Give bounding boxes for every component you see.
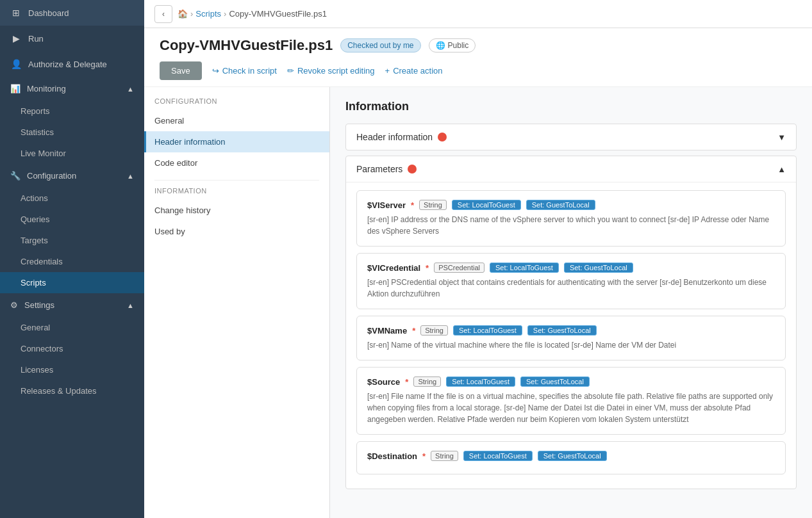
param-required-marker: * <box>412 326 415 336</box>
header-info-label: Header information <box>356 132 433 142</box>
monitoring-chevron: ▲ <box>127 85 134 93</box>
sidebar-item-targets[interactable]: Targets <box>0 230 144 251</box>
breadcrumb: 🏠 › Scripts › Copy-VMHVGuestFile.ps1 <box>178 9 327 19</box>
param-card: $Source*StringSet: LocalToGuestSet: Gues… <box>356 367 786 435</box>
info-title: Information <box>345 100 797 113</box>
sidebar-item-licenses[interactable]: Licenses <box>0 359 144 380</box>
check-in-button[interactable]: ↪ Check in script <box>212 66 277 76</box>
sidebar-item-actions[interactable]: Actions <box>0 188 144 209</box>
back-button[interactable]: ‹ <box>154 5 172 23</box>
config-item-code-editor[interactable]: Code editor <box>144 152 329 174</box>
parameters-section-header[interactable]: Parameters ▲ <box>346 156 796 182</box>
sidebar-item-authorize-delegate[interactable]: 👤 Authorize & Delegate <box>0 51 144 77</box>
topbar: ‹ 🏠 › Scripts › Copy-VMHVGuestFile.ps1 <box>144 0 812 28</box>
sidebar-item-reports[interactable]: Reports <box>0 101 144 122</box>
param-description: [sr-en] PSCredential object that contain… <box>367 277 775 300</box>
param-action-tag[interactable]: Set: GuestToLocal <box>527 325 597 336</box>
param-card: $Destination*StringSet: LocalToGuestSet:… <box>356 441 786 474</box>
param-action-tag[interactable]: Set: GuestToLocal <box>520 376 590 387</box>
user-icon: 👤 <box>10 59 22 69</box>
main-content: ‹ 🏠 › Scripts › Copy-VMHVGuestFile.ps1 C… <box>144 0 812 518</box>
header-info-section-header[interactable]: Header information ▼ <box>345 124 797 150</box>
param-name-row: $VICredential*PSCredentialSet: LocalToGu… <box>367 263 775 273</box>
configuration-section-label: CONFIGURATION <box>144 97 329 110</box>
sidebar-group-configuration[interactable]: 🔧 Configuration ▲ <box>0 164 144 188</box>
information-section-label: INFORMATION <box>144 187 329 200</box>
param-name: $Destination <box>367 451 417 461</box>
sidebar-group-settings[interactable]: ⚙ Settings ▲ <box>0 293 144 317</box>
param-action-tag[interactable]: Set: LocalToGuest <box>446 376 515 387</box>
parameters-body: $VIServer*StringSet: LocalToGuestSet: Gu… <box>346 182 796 489</box>
sidebar-item-queries[interactable]: Queries <box>0 209 144 230</box>
param-action-tag[interactable]: Set: GuestToLocal <box>564 263 633 273</box>
param-type-tag: String <box>413 376 441 387</box>
run-icon: ▶ <box>10 33 22 44</box>
home-icon: 🏠 <box>178 9 188 19</box>
param-type-tag: String <box>419 200 447 210</box>
param-action-tag[interactable]: Set: LocalToGuest <box>452 200 521 210</box>
sidebar-group-monitoring[interactable]: 📊 Monitoring ▲ <box>0 77 144 101</box>
sidebar-item-general[interactable]: General <box>0 317 144 338</box>
configuration-chevron: ▲ <box>127 172 134 180</box>
param-type-tag: String <box>431 451 458 461</box>
script-header: Copy-VMHVGuestFile.ps1 Checked out by me… <box>144 28 812 87</box>
param-name-row: $VIServer*StringSet: LocalToGuestSet: Gu… <box>367 200 775 210</box>
monitoring-icon: 📊 <box>10 84 21 93</box>
sidebar: ⊞ Dashboard ▶ Run 👤 Authorize & Delegate… <box>0 0 144 518</box>
param-name: $Source <box>367 377 400 387</box>
param-required-marker: * <box>422 451 426 461</box>
param-name: $VIServer <box>367 200 406 210</box>
param-name-row: $Source*StringSet: LocalToGuestSet: Gues… <box>367 376 775 387</box>
config-item-general[interactable]: General <box>144 110 329 131</box>
param-action-tag[interactable]: Set: GuestToLocal <box>538 451 607 461</box>
param-name-row: $VMName*StringSet: LocalToGuestSet: Gues… <box>367 325 775 336</box>
save-button[interactable]: Save <box>160 61 202 80</box>
checked-out-badge: Checked out by me <box>340 38 420 53</box>
param-card: $VMName*StringSet: LocalToGuestSet: Gues… <box>356 316 786 360</box>
param-description: [sr-en] Name of the virtual machine wher… <box>367 339 775 351</box>
param-type-tag: PSCredential <box>434 263 485 273</box>
param-card: $VICredential*PSCredentialSet: LocalToGu… <box>356 253 786 309</box>
create-action-button[interactable]: + Create action <box>385 66 443 76</box>
config-item-header-information[interactable]: Header information <box>144 131 329 152</box>
header-info-chevron: ▼ <box>777 133 786 142</box>
sidebar-item-statistics[interactable]: Statistics <box>0 122 144 143</box>
param-action-tag[interactable]: Set: LocalToGuest <box>453 325 522 336</box>
check-in-icon: ↪ <box>212 66 219 76</box>
sidebar-item-dashboard[interactable]: ⊞ Dashboard <box>0 0 144 26</box>
breadcrumb-current: Copy-VMHVGuestFile.ps1 <box>229 9 326 19</box>
config-item-used-by[interactable]: Used by <box>144 221 329 242</box>
left-panel: CONFIGURATION General Header information… <box>144 87 330 518</box>
sidebar-item-live-monitor[interactable]: Live Monitor <box>0 143 144 164</box>
sidebar-item-run[interactable]: ▶ Run <box>0 26 144 51</box>
sidebar-item-scripts[interactable]: Scripts <box>0 272 144 293</box>
param-name: $VICredential <box>367 263 420 273</box>
param-description: [sr-en] IP address or the DNS name of th… <box>367 214 775 237</box>
right-panel: Information Header information ▼ Paramet… <box>330 87 812 518</box>
revoke-icon: ✏ <box>287 66 294 76</box>
header-info-error-dot <box>438 133 447 142</box>
sidebar-item-releases-updates[interactable]: Releases & Updates <box>0 380 144 401</box>
parameters-chevron: ▲ <box>777 165 786 174</box>
param-description: [sr-en] File name If the file is on a vi… <box>367 391 775 425</box>
parameters-section: Parameters ▲ $VIServer*StringSet: LocalT… <box>345 156 797 489</box>
parameters-label: Parameters <box>356 164 402 174</box>
public-badge: 🌐 Public <box>429 38 476 53</box>
back-icon: ‹ <box>162 10 165 19</box>
param-action-tag[interactable]: Set: LocalToGuest <box>463 451 533 461</box>
sidebar-item-connectors[interactable]: Connectors <box>0 338 144 359</box>
param-type-tag: String <box>420 325 448 336</box>
config-divider <box>154 180 319 181</box>
param-required-marker: * <box>411 200 414 210</box>
param-action-tag[interactable]: Set: LocalToGuest <box>490 263 559 273</box>
breadcrumb-scripts[interactable]: Scripts <box>195 9 221 19</box>
param-name: $VMName <box>367 326 407 336</box>
parameters-error-dot <box>408 165 417 174</box>
settings-icon: ⚙ <box>10 300 18 310</box>
sidebar-item-credentials[interactable]: Credentials <box>0 251 144 272</box>
content-area: CONFIGURATION General Header information… <box>144 87 812 518</box>
revoke-button[interactable]: ✏ Revoke script editing <box>287 66 375 76</box>
config-item-change-history[interactable]: Change history <box>144 200 329 221</box>
param-required-marker: * <box>426 263 429 273</box>
param-action-tag[interactable]: Set: GuestToLocal <box>526 200 595 210</box>
